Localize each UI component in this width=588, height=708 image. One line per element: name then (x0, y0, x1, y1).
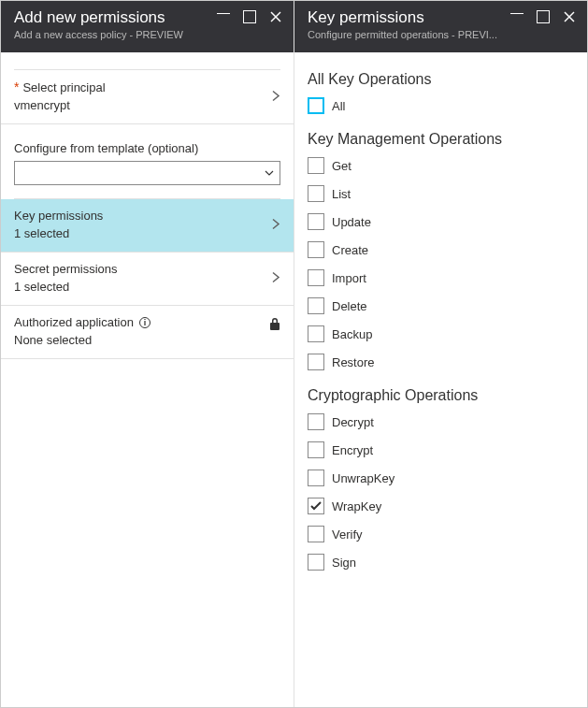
titlebar-right: Key permissions Configure permitted oper… (294, 1, 587, 52)
key-permissions-label: Key permissions (14, 209, 280, 223)
pane-title: Add new permissions (14, 8, 183, 27)
checkbox-unwrapkey[interactable]: UnwrapKey (308, 470, 574, 486)
template-label: Configure from template (optional) (1, 124, 294, 161)
checkbox-label: Restore (332, 355, 375, 369)
minimize-button[interactable] (510, 10, 523, 23)
checkbox-decrypt[interactable]: Decrypt (308, 413, 574, 430)
close-button[interactable] (269, 10, 282, 23)
select-principal-row[interactable]: *Select principal vmencrypt (1, 70, 294, 124)
chevron-right-icon (271, 271, 280, 287)
secret-permissions-row[interactable]: Secret permissions 1 selected (1, 253, 294, 306)
pane-title: Key permissions (308, 8, 497, 27)
checkbox-label: Verify (332, 527, 363, 542)
key-permissions-row[interactable]: Key permissions 1 selected (1, 199, 294, 253)
checkbox-label: List (332, 187, 351, 201)
secret-permissions-label: Secret permissions (14, 262, 280, 276)
maximize-button[interactable] (537, 10, 550, 23)
checkbox-create[interactable]: Create (308, 241, 574, 258)
required-indicator: * (14, 79, 19, 94)
checkbox-label: UnwrapKey (332, 471, 394, 485)
checkbox-wrapkey[interactable]: WrapKey (308, 498, 574, 514)
checkbox-restore[interactable]: Restore (308, 354, 574, 370)
checkbox-label: Delete (332, 299, 367, 313)
add-permissions-pane: Add new permissions Add a new access pol… (1, 1, 294, 707)
chevron-right-icon (271, 218, 280, 234)
auth-app-label: Authorized application (14, 315, 134, 329)
auth-app-value: None selected (14, 333, 280, 347)
checkbox-delete[interactable]: Delete (308, 297, 574, 314)
checkbox-encrypt[interactable]: Encrypt (308, 441, 574, 458)
pane-subtitle: Add a new access policy - PREVIEW (14, 29, 183, 40)
close-button[interactable] (563, 10, 576, 23)
pane-subtitle: Configure permitted operations - PREVI..… (308, 29, 497, 40)
checkbox-label: Backup (332, 327, 372, 341)
checkbox-label: All (332, 99, 345, 113)
checkbox-label: Get (332, 159, 351, 173)
checkbox-backup[interactable]: Backup (308, 325, 574, 342)
chevron-down-icon (265, 170, 274, 176)
checkbox-label: WrapKey (332, 499, 381, 513)
maximize-button[interactable] (243, 10, 256, 23)
principal-label: Select principal (22, 80, 105, 94)
info-icon[interactable]: i (139, 317, 151, 328)
chevron-right-icon (271, 89, 280, 105)
checkbox-sign[interactable]: Sign (308, 554, 574, 571)
section-crypto-ops: Cryptographic Operations (308, 387, 574, 404)
authorized-app-row: Authorized applicationi None selected (1, 306, 294, 359)
checkbox-list[interactable]: List (308, 185, 574, 202)
minimize-button[interactable] (217, 10, 230, 23)
lock-icon (269, 317, 280, 333)
checkbox-label: Encrypt (332, 443, 373, 457)
titlebar-left: Add new permissions Add a new access pol… (1, 1, 294, 52)
checkbox-verify[interactable]: Verify (308, 526, 574, 542)
checkbox-label: Update (332, 215, 371, 229)
secret-permissions-value: 1 selected (14, 280, 280, 294)
checkbox-import[interactable]: Import (308, 269, 574, 286)
checkbox-update[interactable]: Update (308, 213, 574, 230)
section-key-mgmt: Key Management Operations (308, 131, 574, 148)
checkbox-all[interactable]: All (308, 97, 574, 114)
key-permissions-pane: Key permissions Configure permitted oper… (294, 1, 587, 707)
checkbox-label: Sign (332, 556, 356, 570)
principal-value: vmencrypt (14, 98, 280, 112)
checkbox-label: Create (332, 243, 368, 257)
checkbox-label: Import (332, 271, 366, 285)
template-select[interactable] (14, 161, 280, 185)
checkbox-get[interactable]: Get (308, 157, 574, 174)
key-permissions-value: 1 selected (14, 226, 280, 240)
checkbox-label: Decrypt (332, 415, 374, 429)
section-all-key-ops: All Key Operations (308, 71, 574, 88)
